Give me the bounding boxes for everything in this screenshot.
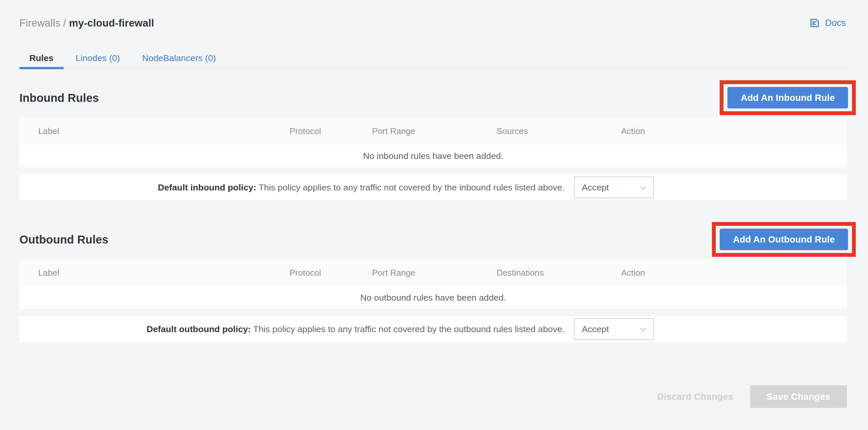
inbound-policy-selected-value: Accept (582, 183, 609, 192)
outbound-col-action: Action (621, 268, 847, 278)
tab-bar: Rules Linodes (0) NodeBalancers (0) (19, 48, 847, 69)
outbound-policy-select[interactable]: Accept (574, 318, 654, 340)
docs-document-icon (809, 17, 820, 29)
outbound-policy-row: Default outbound policy: This policy app… (19, 316, 847, 342)
outbound-policy-selected-value: Accept (582, 324, 609, 334)
discard-changes-button[interactable]: Discard Changes (657, 392, 733, 402)
inbound-rules-table: Label Protocol Port Range Sources Action… (19, 118, 847, 201)
docs-link[interactable]: Docs (809, 17, 846, 29)
outbound-col-protocol: Protocol (290, 268, 372, 278)
firewall-detail-page: Firewalls / my-cloud-firewall Docs Rules… (0, 0, 868, 430)
inbound-empty-text: No inbound rules have been added. (363, 151, 503, 161)
tab-nodebalancers[interactable]: NodeBalancers (0) (132, 48, 226, 68)
inbound-rules-title: Inbound Rules (19, 91, 99, 104)
tab-rules[interactable]: Rules (19, 48, 63, 68)
outbound-col-destinations: Destinations (497, 268, 621, 278)
outbound-table-header: Label Protocol Port Range Destinations A… (19, 259, 847, 287)
inbound-col-port-range: Port Range (372, 126, 496, 136)
inbound-policy-description: Default inbound policy: This policy appl… (158, 183, 565, 192)
breadcrumb-separator: / (60, 17, 69, 29)
outbound-col-label: Label (19, 268, 289, 278)
outbound-col-port-range: Port Range (372, 268, 496, 278)
inbound-rules-section: Inbound Rules Add An Inbound Rule Label … (19, 80, 847, 201)
inbound-col-action: Action (621, 126, 847, 136)
breadcrumb: Firewalls / my-cloud-firewall (19, 17, 868, 30)
outbound-rules-section: Outbound Rules Add An Outbound Rule Labe… (19, 222, 847, 342)
add-outbound-rule-button[interactable]: Add An Outbound Rule (720, 228, 848, 250)
inbound-table-header: Label Protocol Port Range Sources Action (19, 118, 847, 145)
breadcrumb-firewalls-link[interactable]: Firewalls (19, 17, 60, 29)
inbound-policy-label: Default inbound policy: (158, 183, 256, 192)
breadcrumb-current-firewall: my-cloud-firewall (69, 17, 154, 29)
outbound-rules-title: Outbound Rules (19, 233, 108, 246)
docs-label: Docs (825, 18, 846, 28)
outbound-rules-table: Label Protocol Port Range Destinations A… (19, 259, 847, 342)
outbound-policy-description: Default outbound policy: This policy app… (147, 324, 565, 334)
annotation-highlight-inbound: Add An Inbound Rule (720, 80, 856, 115)
chevron-down-icon (639, 183, 648, 192)
annotation-highlight-outbound: Add An Outbound Rule (712, 222, 856, 257)
page-header: Firewalls / my-cloud-firewall Docs (0, 0, 868, 32)
form-actions: Discard Changes Save Changes (19, 385, 847, 408)
outbound-empty-text: No outbound rules have been added. (360, 293, 506, 303)
outbound-policy-label: Default outbound policy: (147, 324, 251, 333)
chevron-down-icon (639, 324, 648, 334)
tab-linodes[interactable]: Linodes (0) (66, 48, 130, 68)
add-inbound-rule-button[interactable]: Add An Inbound Rule (727, 87, 848, 109)
inbound-col-label: Label (19, 126, 289, 136)
inbound-policy-select[interactable]: Accept (574, 177, 654, 198)
inbound-col-protocol: Protocol (290, 126, 372, 136)
inbound-col-sources: Sources (497, 126, 621, 136)
outbound-empty-row: No outbound rules have been added. (19, 287, 847, 309)
inbound-empty-row: No inbound rules have been added. (19, 145, 847, 167)
save-changes-button[interactable]: Save Changes (750, 385, 847, 408)
inbound-policy-row: Default inbound policy: This policy appl… (19, 175, 847, 201)
